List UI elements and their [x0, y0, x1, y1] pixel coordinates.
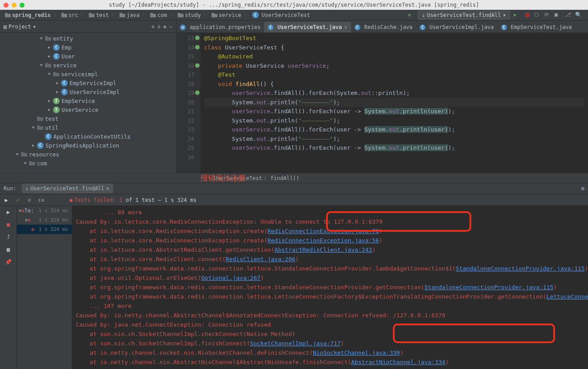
- test-tree[interactable]: ▼ ⊗ Te:1 s 324 ms▼ ⊗ 1 s 324 ms⊗ 1 s 324…: [17, 206, 72, 369]
- vcs-icon[interactable]: ⎇: [565, 12, 572, 18]
- editor-tab[interactable]: CEmpServiceTest.java: [498, 22, 576, 33]
- close-icon[interactable]: ×: [344, 24, 347, 30]
- tab-label: UserServiceImpl.java: [429, 24, 494, 30]
- console-line: at org.springframework.data.redis.connec…: [76, 264, 584, 273]
- run-config-select[interactable]: ↓ UserServiceTest.findAll ▾: [418, 11, 510, 20]
- tree-item[interactable]: test: [0, 114, 176, 123]
- run-title: Run:: [4, 185, 16, 192]
- stop-icon[interactable]: ■: [555, 12, 561, 18]
- exit-icon[interactable]: ⤴: [4, 233, 13, 242]
- bc-test[interactable]: test: [86, 12, 111, 18]
- gear-icon[interactable]: ⚙: [581, 185, 584, 192]
- tree-item[interactable]: ▶CUserServiceImpl: [0, 87, 176, 96]
- stack-link[interactable]: StandaloneConnectionProvider.java:115: [425, 284, 554, 291]
- bc-service[interactable]: service: [209, 12, 244, 18]
- sidebar-title[interactable]: ▤ Project ▾: [4, 24, 36, 30]
- run-icon[interactable]: ▶: [4, 208, 13, 217]
- editor-tab[interactable]: ⚙application.properties: [176, 22, 264, 33]
- zoom-window-icon[interactable]: [20, 3, 24, 8]
- tree-item[interactable]: ▼com: [0, 159, 176, 168]
- tree-item[interactable]: ▶CSpringRedisApplication: [0, 141, 176, 150]
- tree-item[interactable]: ▼entity: [0, 34, 176, 43]
- editor-tab[interactable]: CUserServiceTest.java×: [264, 22, 351, 33]
- test-row[interactable]: ▼ ⊗ Te:1 s 324 ms: [17, 206, 72, 215]
- run-tab[interactable]: ↓ UserServiceTest.findAll ×: [22, 184, 113, 193]
- hide-icon[interactable]: —: [169, 24, 172, 30]
- debug-icon[interactable]: 🐞: [524, 12, 531, 18]
- collapse-icon[interactable]: ≑: [157, 24, 160, 30]
- test-row[interactable]: ▼ ⊗ 1 s 324 ms: [17, 215, 72, 225]
- stack-link[interactable]: StandaloneConnectionProvider.java:115: [456, 265, 585, 272]
- tree-item[interactable]: ▼service: [0, 61, 176, 70]
- console-line: at org.springframework.data.redis.connec…: [76, 292, 584, 301]
- build-icon[interactable]: ⚒: [408, 12, 414, 18]
- settings-icon[interactable]: ✱: [163, 24, 167, 30]
- class-icon: C: [61, 89, 68, 95]
- bc-src[interactable]: src: [59, 12, 81, 18]
- console-line: Caused by: io.netty.channel.AbstractChan…: [76, 311, 584, 320]
- stack-link[interactable]: RedisConnectionException.java:56: [267, 237, 379, 244]
- tree-label: util: [45, 124, 58, 131]
- editor-tab[interactable]: CRedisCache.java: [351, 22, 416, 33]
- bc-com[interactable]: com: [148, 12, 169, 18]
- project-sidebar: ▤ Project ▾ ⊕ ≑ ✱ — ▼entity▶CEmp▶CUser▼s…: [0, 20, 176, 173]
- locate-icon[interactable]: ⊕: [151, 24, 155, 30]
- test-time: 1 s 324 ms: [39, 208, 70, 213]
- tree-item[interactable]: CApplicationContextUtils: [0, 132, 176, 141]
- coverage-icon[interactable]: ⬡: [534, 12, 541, 18]
- tree-item[interactable]: ▶IEmpService: [0, 96, 176, 105]
- folder-icon: [150, 12, 156, 18]
- stack-link[interactable]: RedisClient.java:206: [226, 256, 296, 262]
- bc-study[interactable]: study: [176, 12, 203, 18]
- tree-item[interactable]: ▼resources: [0, 150, 176, 159]
- editor-tab[interactable]: CUserServiceImpl.java: [416, 22, 498, 33]
- search-icon[interactable]: 🔍: [575, 12, 582, 18]
- crumb-method[interactable]: findAll(): [270, 175, 299, 181]
- folder-icon: [5, 12, 11, 18]
- stack-link[interactable]: Optional.java:267: [201, 275, 261, 281]
- folder-icon: [89, 12, 94, 18]
- pin-icon[interactable]: 📌: [4, 258, 13, 266]
- sort-icon[interactable]: ↕≡: [37, 196, 45, 205]
- stop-icon[interactable]: ■: [4, 220, 13, 229]
- stack-link[interactable]: LettuceConnectionFactory.java:1440: [547, 293, 588, 300]
- tree-item[interactable]: ▶CEmp: [0, 43, 176, 52]
- close-window-icon[interactable]: [4, 3, 8, 8]
- profile-icon[interactable]: ⟳: [544, 12, 551, 18]
- editor-crumb: 报错无法连接 UserServiceTest 〉 findAll(): [0, 173, 588, 183]
- code-area[interactable]: @SpringBootTestclass UserServiceTest { @…: [200, 33, 588, 173]
- test-row[interactable]: ⊗ 1 s 324 ms: [17, 225, 72, 234]
- stack-link[interactable]: SocketChannelImpl.java:717: [250, 340, 341, 347]
- folder-icon: [61, 12, 67, 18]
- check-icon[interactable]: ✓: [13, 196, 22, 205]
- stack-link[interactable]: AbstractRedisClient.java:242: [274, 246, 372, 253]
- minimize-window-icon[interactable]: [12, 3, 16, 8]
- stack-link[interactable]: NioSocketChannel.java:330: [313, 349, 400, 356]
- folder-icon: [21, 152, 27, 157]
- run-icon[interactable]: ▶: [514, 12, 520, 18]
- bc-class[interactable]: CUserServiceTest: [250, 12, 312, 18]
- sidebar-header: ▤ Project ▾ ⊕ ≑ ✱ —: [0, 20, 176, 33]
- tree-item[interactable]: ▶CEmpServiceImpl: [0, 78, 176, 87]
- fail-icon: ⊗: [21, 208, 24, 214]
- tree-item[interactable]: ▶CUser: [0, 52, 176, 61]
- window-title: study [~/IdeaProjects/study] - .../sprin…: [109, 2, 479, 8]
- test-label: Te:: [24, 208, 34, 214]
- layout-icon[interactable]: ▦: [4, 245, 13, 254]
- bc-java[interactable]: java: [117, 12, 142, 18]
- tab-label: application.properties: [190, 24, 261, 30]
- bc-project[interactable]: spring_redis: [3, 12, 53, 18]
- tree-item[interactable]: ▼util: [0, 123, 176, 132]
- test-time: 1 s 324 ms: [39, 226, 70, 232]
- rerun-icon[interactable]: ▶: [2, 196, 11, 205]
- stack-link[interactable]: RedisConnectionException.java:78: [267, 228, 379, 234]
- stack-link[interactable]: AbstractNioChannel.java:334: [351, 359, 445, 365]
- class-icon: C: [45, 133, 52, 140]
- tree-item[interactable]: ▶IUserService: [0, 105, 176, 114]
- close-icon[interactable]: ×: [106, 185, 109, 192]
- tree-item[interactable]: ▼serviceimpl: [0, 70, 176, 78]
- block-icon[interactable]: ⊘: [25, 196, 34, 205]
- project-tree[interactable]: ▼entity▶CEmp▶CUser▼service▼serviceimpl▶C…: [0, 33, 176, 173]
- editor-tabs: ⚙application.propertiesCUserServiceTest.…: [176, 20, 588, 33]
- console-output[interactable]: https://blog.csdn.net/worilb ... 89 more…: [72, 206, 588, 369]
